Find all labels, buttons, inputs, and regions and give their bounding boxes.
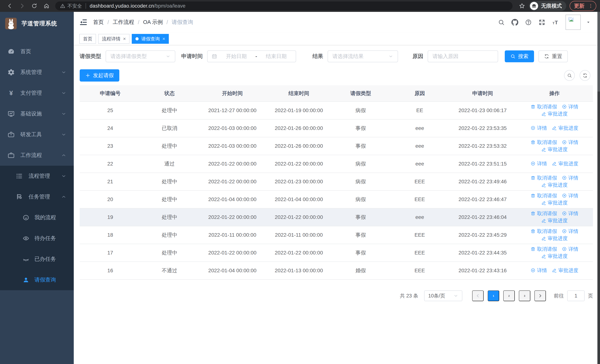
sidebar-item-请假查询[interactable]: 请假查询 (0, 270, 74, 290)
sidebar-item-系统管理[interactable]: 系统管理 (0, 62, 74, 83)
cancel-leave-action[interactable]: 取消请假 (531, 192, 557, 199)
result-select[interactable]: 请选择流结果 (328, 50, 398, 62)
breadcrumb-item[interactable]: 工作流程 (113, 19, 134, 26)
eye-close-icon (23, 256, 29, 262)
sidebar-item-已办任务[interactable]: 已办任务 (0, 249, 74, 270)
fullscreen-icon[interactable] (538, 19, 545, 26)
detail-action[interactable]: 详情 (562, 103, 578, 110)
pagination: 共 23 条10条/页123前往页 (80, 290, 593, 301)
fontsize-icon[interactable]: TT (552, 19, 559, 26)
approval-progress-action[interactable]: 审批进度 (541, 111, 568, 117)
apply-time-range-picker[interactable]: 开始日期 - 结束日期 (207, 50, 296, 62)
window-scrollbar[interactable] (597, 12, 600, 364)
tab-流程详情[interactable]: 流程详情× (98, 34, 130, 44)
close-icon[interactable]: × (162, 36, 165, 41)
cell-start: 2022-01-03 00:00:00 (198, 137, 266, 155)
app-title: 芋道管理系统 (21, 20, 57, 28)
chevron-down-icon (166, 54, 170, 59)
tab-请假查询[interactable]: 请假查询× (132, 34, 169, 44)
cell-status: 处理中 (141, 102, 198, 119)
search-button[interactable]: 搜索 (505, 50, 534, 62)
toggle-search-button[interactable] (564, 70, 575, 81)
search-icon[interactable] (498, 19, 505, 26)
prev-page-button[interactable] (472, 290, 484, 301)
breadcrumb-item[interactable]: OA 示例 (143, 19, 163, 26)
approval-progress-action[interactable]: 审批进度 (552, 160, 578, 167)
refresh-table-button[interactable] (580, 70, 590, 81)
jump-page-input[interactable] (567, 290, 585, 301)
leave-type-select[interactable]: 请选择请假类型 (106, 50, 175, 62)
cancel-leave-action[interactable]: 取消请假 (531, 246, 557, 252)
caret-down-icon[interactable] (586, 20, 591, 25)
close-icon[interactable]: × (123, 36, 126, 41)
kebab-menu-icon[interactable] (588, 3, 593, 9)
table-column-header: 开始时间 (198, 85, 266, 102)
edit-icon (541, 236, 546, 241)
main-area: 首页/工作流程/OA 示例/请假查询 TT 首页流程详情×请假查询× 请假类型 … (74, 12, 600, 364)
detail-action[interactable]: 详情 (562, 192, 578, 199)
question-icon[interactable] (525, 19, 532, 26)
cancel-leave-action[interactable]: 取消请假 (531, 210, 557, 217)
tab-首页[interactable]: 首页 (79, 34, 96, 44)
yen-icon: ¥ (7, 89, 15, 97)
sidebar-item-我的流程[interactable]: 我的流程 (0, 207, 74, 228)
create-leave-button[interactable]: 发起请假 (80, 69, 119, 82)
reset-button[interactable]: 重置 (538, 50, 568, 62)
user-avatar[interactable] (565, 15, 581, 30)
sidebar-menu: 首页系统管理¥支付管理基础设施研发工具工作流程流程管理任务管理我的流程待办任务已… (0, 41, 74, 290)
cell-actions: 取消请假详情审批进度 (516, 173, 593, 191)
sidebar-fold-icon[interactable] (79, 18, 87, 26)
approval-progress-action[interactable]: 审批进度 (552, 125, 578, 131)
cancel-leave-action[interactable]: 取消请假 (531, 175, 557, 181)
sidebar-item-工作流程[interactable]: 工作流程 (0, 145, 74, 166)
sidebar-item-待办任务[interactable]: 待办任务 (0, 228, 74, 249)
cancel-leave-action[interactable]: 取消请假 (531, 139, 557, 146)
cell-status: 通过 (141, 155, 198, 173)
reason-input[interactable] (428, 51, 498, 62)
sidebar-item-基础设施[interactable]: 基础设施 (0, 103, 74, 124)
tags-view-bar: 首页流程详情×请假查询× (74, 33, 597, 45)
detail-action[interactable]: 详情 (562, 210, 578, 217)
detail-action[interactable]: 详情 (562, 228, 578, 235)
sidebar-item-支付管理[interactable]: ¥支付管理 (0, 83, 74, 103)
detail-action[interactable]: 详情 (562, 175, 578, 181)
breadcrumb-item[interactable]: 首页 (93, 19, 104, 26)
scrollbar-thumb[interactable] (597, 12, 600, 92)
next-page-button[interactable] (534, 290, 546, 301)
page-size-select[interactable]: 10条/页 (424, 290, 462, 301)
approval-progress-action[interactable]: 审批进度 (541, 253, 568, 260)
home-icon[interactable] (43, 2, 50, 10)
browser-update-button[interactable]: 更新 (570, 1, 596, 11)
cancel-leave-action[interactable]: 取消请假 (531, 228, 557, 235)
approval-progress-action[interactable]: 审批进度 (541, 182, 568, 188)
reload-icon[interactable] (31, 2, 38, 10)
approval-progress-action[interactable]: 审批进度 (552, 267, 578, 274)
approval-progress-action[interactable]: 审批进度 (541, 199, 568, 206)
sidebar-item-流程管理[interactable]: 流程管理 (0, 166, 74, 187)
url-bar[interactable]: 不安全 dashboard.yudao.iocoder.cn/bpm/oa/le… (55, 1, 513, 10)
page-button-2[interactable]: 2 (503, 290, 515, 301)
detail-action[interactable]: 详情 (531, 160, 547, 167)
detail-action[interactable]: 详情 (562, 139, 578, 146)
detail-action[interactable]: 详情 (531, 125, 547, 131)
cell-id: 17 (80, 244, 141, 262)
bookmark-star-icon[interactable] (519, 3, 525, 9)
detail-action[interactable]: 详情 (562, 246, 578, 252)
sidebar-item-研发工具[interactable]: 研发工具 (0, 124, 74, 145)
github-icon[interactable] (511, 19, 518, 26)
approval-progress-action[interactable]: 审批进度 (541, 217, 568, 224)
approval-progress-action[interactable]: 审批进度 (541, 235, 568, 242)
page-button-3[interactable]: 3 (519, 290, 530, 301)
forward-icon[interactable] (18, 2, 26, 10)
trash-icon (531, 175, 535, 180)
app-logo[interactable]: 芋道管理系统 (0, 12, 74, 35)
edit-icon (541, 218, 546, 223)
page-button-1[interactable]: 1 (488, 290, 499, 301)
sidebar-item-首页[interactable]: 首页 (0, 41, 74, 62)
cancel-leave-action[interactable]: 取消请假 (531, 103, 557, 110)
detail-action[interactable]: 详情 (531, 267, 547, 274)
sidebar-item-任务管理[interactable]: 任务管理 (0, 187, 74, 207)
approval-progress-action[interactable]: 审批进度 (541, 146, 568, 153)
action-label: 审批进度 (558, 267, 578, 274)
back-icon[interactable] (6, 2, 14, 10)
